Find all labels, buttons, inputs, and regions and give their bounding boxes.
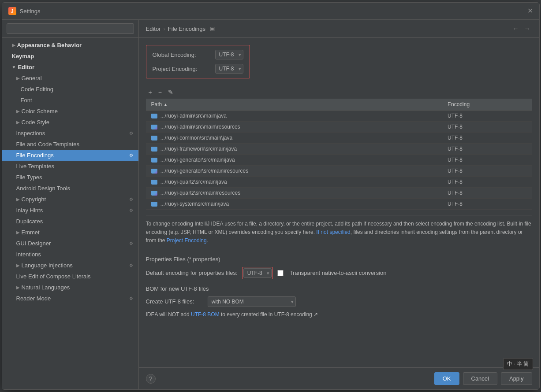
- table-row[interactable]: ...\ruoyi-quartz\src\main\javaUTF-8: [146, 177, 532, 188]
- search-input[interactable]: [7, 23, 134, 34]
- edit-path-button[interactable]: ✎: [165, 87, 176, 97]
- sidebar-item-inspections[interactable]: Inspections ⚙: [2, 128, 138, 139]
- sidebar-item-live-templates[interactable]: Live Templates: [2, 161, 138, 172]
- path-table: Path Encoding ...\ruoyi-admin\src\main\j…: [146, 99, 532, 210]
- folder-icon: [151, 191, 157, 196]
- main-content: Global Encoding: UTF-8 Project Encoding:…: [139, 38, 539, 367]
- sidebar-item-emmet[interactable]: ▶ Emmet: [2, 227, 138, 238]
- sidebar-item-editor[interactable]: ▼ Editor: [2, 62, 138, 73]
- ok-button[interactable]: OK: [434, 372, 459, 385]
- table-cell-encoding: UTF-8: [442, 188, 532, 199]
- table-cell-encoding: UTF-8: [442, 111, 532, 122]
- sidebar-item-duplicates[interactable]: Duplicates: [2, 216, 138, 227]
- transparent-conversion-checkbox[interactable]: [277, 270, 284, 276]
- table-cell-encoding: UTF-8: [442, 155, 532, 166]
- cancel-button[interactable]: Cancel: [463, 372, 497, 385]
- global-encoding-row: Global Encoding: UTF-8: [153, 50, 243, 59]
- col-encoding-header[interactable]: Encoding: [442, 99, 532, 111]
- settings-dialog: J Settings ✕ 🔍 ▶ Appearance & Behavior: [2, 2, 540, 390]
- sidebar-item-font[interactable]: Font: [2, 95, 138, 106]
- help-button[interactable]: ?: [146, 374, 156, 384]
- chevron-right-icon: ▶: [16, 263, 20, 268]
- chevron-down-icon: ▼: [12, 65, 16, 70]
- table-cell-path: ...\ruoyi-generator\src\main\resources: [146, 166, 443, 177]
- chevron-right-icon: ▶: [16, 230, 20, 235]
- table-row[interactable]: ...\ruoyi-generator\src\main\javaUTF-8: [146, 155, 532, 166]
- chevron-right-icon: ▶: [12, 43, 15, 48]
- sidebar-item-android-design-tools[interactable]: Android Design Tools: [2, 183, 138, 194]
- sidebar-item-file-types[interactable]: File Types: [2, 172, 138, 183]
- settings-icon: ⚙: [129, 153, 133, 158]
- sidebar-item-file-encodings[interactable]: File Encodings ⚙: [2, 150, 138, 161]
- table-row[interactable]: ...\ruoyi-quartz\src\main\resourcesUTF-8: [146, 188, 532, 199]
- table-row[interactable]: ...\ruoyi-common\src\main\javaUTF-8: [146, 133, 532, 144]
- sidebar-item-keymap[interactable]: Keymap: [2, 51, 138, 62]
- bom-row: Create UTF-8 files: with NO BOM with BOM…: [146, 296, 532, 307]
- breadcrumb-parent: Editor: [146, 26, 161, 32]
- chevron-right-icon: ▶: [16, 197, 20, 202]
- utf8-bom-link[interactable]: UTF-8 BOM: [191, 311, 220, 318]
- sidebar-item-code-editing[interactable]: Code Editing: [2, 84, 138, 95]
- folder-icon: [151, 114, 157, 118]
- sidebar-item-appearance[interactable]: ▶ Appearance & Behavior: [2, 40, 138, 51]
- footer: ? OK Cancel Apply: [139, 367, 539, 389]
- table-cell-encoding: UTF-8: [442, 166, 532, 177]
- bom-create-select[interactable]: with NO BOM with BOM with BOM (always): [208, 296, 296, 307]
- bom-create-label: Create UTF-8 files:: [146, 298, 203, 305]
- sidebar-item-inlay-hints[interactable]: Inlay Hints ⚙: [2, 205, 138, 216]
- sidebar-item-language-injections[interactable]: ▶ Language Injections ⚙: [2, 260, 138, 271]
- sidebar-item-general[interactable]: ▶ General: [2, 73, 138, 84]
- sidebar: 🔍 ▶ Appearance & Behavior Keymap ▼ Edito…: [2, 20, 139, 389]
- table-row[interactable]: ...\ruoyi-generator\src\main\resourcesUT…: [146, 166, 532, 177]
- table-row[interactable]: ...\ruoyi-framework\src\main\javaUTF-8: [146, 144, 532, 155]
- folder-icon: [151, 136, 157, 141]
- project-encoding-row: Project Encoding: UTF-8: [153, 64, 243, 74]
- project-encoding-select[interactable]: UTF-8: [215, 64, 243, 74]
- sidebar-item-natural-languages[interactable]: ▶ Natural Languages: [2, 282, 138, 293]
- sidebar-item-file-code-templates[interactable]: File and Code Templates: [2, 139, 138, 150]
- table-cell-path: ...\ruoyi-admin\src\main\java: [146, 111, 443, 122]
- if-not-specified-link[interactable]: If not specified: [316, 229, 350, 235]
- bom-info-text: IDEA will NOT add UTF-8 BOM to every cre…: [146, 311, 532, 318]
- props-encoding-row: Default encoding for properties files: U…: [146, 267, 532, 279]
- project-encoding-link[interactable]: Project Encoding: [167, 237, 207, 244]
- table-cell-encoding: UTF-8: [442, 133, 532, 144]
- remove-path-button[interactable]: −: [156, 87, 164, 97]
- sidebar-item-code-style[interactable]: ▶ Code Style: [2, 117, 138, 128]
- col-path-header[interactable]: Path: [146, 99, 443, 111]
- table-cell-path: ...\ruoyi-framework\src\main\java: [146, 144, 443, 155]
- bom-section: BOM for new UTF-8 files Create UTF-8 fil…: [146, 285, 532, 318]
- table-cell-encoding: UTF-8: [442, 177, 532, 188]
- settings-icon: ⚙: [129, 208, 133, 213]
- table-cell-encoding: UTF-8: [442, 199, 532, 210]
- sidebar-item-intentions[interactable]: Intentions: [2, 249, 138, 260]
- pin-icon: ▣: [210, 26, 215, 32]
- props-encoding-select[interactable]: UTF-8: [243, 268, 272, 278]
- add-path-button[interactable]: +: [146, 87, 155, 97]
- apply-button[interactable]: Apply: [501, 372, 532, 385]
- table-row[interactable]: ...\ruoyi-admin\src\main\javaUTF-8: [146, 111, 532, 122]
- nav-back-button[interactable]: ←: [511, 24, 521, 33]
- encoding-section: Global Encoding: UTF-8 Project Encoding:…: [146, 45, 250, 78]
- properties-section-title: Properties Files (*.properties): [146, 256, 532, 263]
- sidebar-item-copyright[interactable]: ▶ Copyright ⚙: [2, 194, 138, 205]
- settings-icon: ⚙: [129, 263, 133, 268]
- sidebar-item-gui-designer[interactable]: GUI Designer ⚙: [2, 238, 138, 249]
- table-row[interactable]: ...\ruoyi-system\src\main\javaUTF-8: [146, 199, 532, 210]
- global-encoding-select[interactable]: UTF-8: [215, 50, 243, 59]
- table-cell-path: ...\ruoyi-quartz\src\main\resources: [146, 188, 443, 199]
- bom-section-title: BOM for new UTF-8 files: [146, 285, 532, 292]
- sidebar-item-live-edit-compose[interactable]: Live Edit of Compose Literals: [2, 271, 138, 282]
- table-cell-encoding: UTF-8: [442, 122, 532, 133]
- sidebar-item-reader-mode[interactable]: Reader Mode ⚙: [2, 293, 138, 304]
- table-cell-encoding: UTF-8: [442, 144, 532, 155]
- table-cell-path: ...\ruoyi-common\src\main\java: [146, 133, 443, 144]
- table-cell-path: ...\ruoyi-system\src\main\java: [146, 199, 443, 210]
- table-row[interactable]: ...\ruoyi-admin\src\main\resourcesUTF-8: [146, 122, 532, 133]
- nav-forward-button[interactable]: →: [522, 24, 532, 33]
- sidebar-item-color-scheme[interactable]: ▶ Color Scheme: [2, 106, 138, 117]
- folder-icon: [151, 169, 157, 174]
- close-button[interactable]: ✕: [527, 7, 533, 15]
- app-icon: J: [8, 7, 16, 15]
- props-encoding-box: UTF-8: [242, 267, 273, 279]
